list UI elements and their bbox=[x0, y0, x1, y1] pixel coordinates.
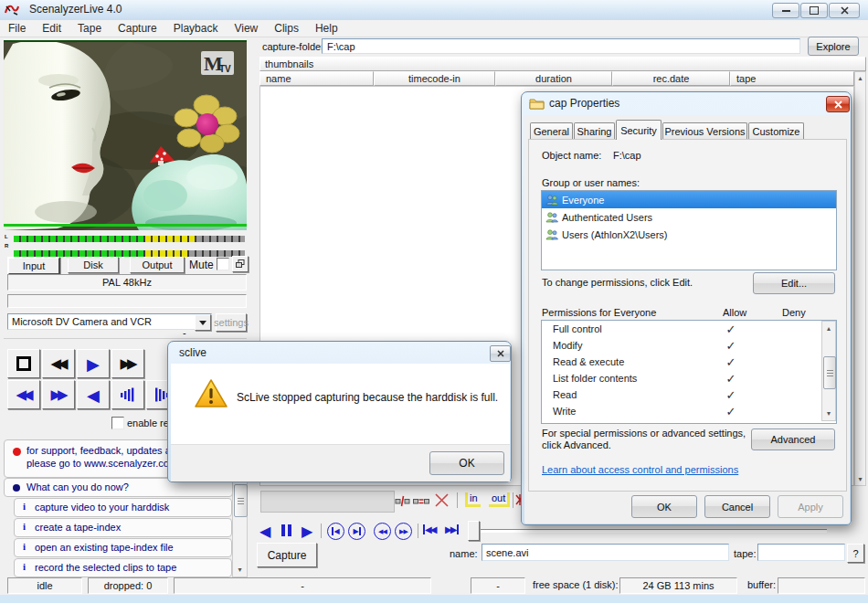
capture-folder-input[interactable]: F:\cap bbox=[322, 38, 800, 54]
rewind-button[interactable]: ◀◀ bbox=[42, 349, 75, 378]
scene-back-button[interactable]: ◀◀ bbox=[374, 523, 391, 540]
capture-timeline[interactable] bbox=[260, 491, 395, 513]
play-button[interactable]: ▶ bbox=[77, 349, 110, 378]
support-line2[interactable]: please go to www.scenalyzer.com bbox=[26, 457, 182, 470]
tab-customize[interactable]: Customize bbox=[748, 122, 804, 140]
permissions-scrollbar[interactable]: ▴ ▾ bbox=[821, 321, 836, 421]
scrollbar-thumb[interactable] bbox=[234, 484, 248, 517]
pause-button[interactable] bbox=[280, 524, 292, 538]
help-list-scrollbar[interactable]: ▾ bbox=[232, 478, 248, 577]
scroll-down-icon[interactable]: ▾ bbox=[234, 563, 246, 576]
tab-previous-versions[interactable]: Previous Versions bbox=[662, 122, 747, 140]
user-row-everyone[interactable]: Everyone bbox=[542, 191, 836, 208]
group-user-list[interactable]: Everyone Authenticated Users bbox=[541, 190, 837, 270]
allow-check-icon[interactable]: ✓ bbox=[713, 405, 749, 418]
menu-file[interactable]: File bbox=[0, 22, 34, 35]
tape-help-button[interactable]: ? bbox=[847, 544, 864, 563]
ok-button[interactable]: OK bbox=[429, 451, 504, 475]
column-header-rec-date[interactable]: rec.date bbox=[612, 71, 730, 86]
allow-check-icon[interactable]: ✓ bbox=[713, 388, 749, 402]
scroll-up-icon[interactable]: ▴ bbox=[822, 322, 835, 334]
close-button[interactable] bbox=[490, 345, 511, 362]
mute-checkbox[interactable] bbox=[217, 258, 229, 270]
name-input[interactable]: scene.avi bbox=[482, 544, 729, 561]
seek-slider-track[interactable] bbox=[468, 529, 827, 533]
output-button[interactable]: Output bbox=[130, 257, 185, 273]
title-bar[interactable]: ScenalyzerLive 4.0 bbox=[0, 0, 868, 21]
fast-forward-play-button[interactable]: ▶▶ bbox=[42, 380, 75, 409]
device-select[interactable]: Microsoft DV Camera and VCR bbox=[7, 313, 212, 330]
detach-meter-button[interactable] bbox=[232, 256, 249, 272]
menu-help[interactable]: Help bbox=[307, 22, 346, 35]
cancel-button[interactable]: Cancel bbox=[704, 495, 770, 518]
capture-folder-label: capture-folder: bbox=[262, 41, 327, 52]
menu-edit[interactable]: Edit bbox=[34, 22, 69, 35]
allow-check-icon[interactable]: ✓ bbox=[713, 372, 749, 386]
minimize-button[interactable] bbox=[772, 3, 799, 18]
mtv-logo: M TV bbox=[201, 51, 234, 75]
ok-button[interactable]: OK bbox=[631, 495, 697, 518]
scroll-down-icon[interactable]: ▾ bbox=[822, 407, 835, 419]
explore-button[interactable]: Explore bbox=[808, 37, 859, 56]
clip-list-scrollbar[interactable]: ▴ ▾ bbox=[854, 71, 866, 486]
help-item-open-index[interactable]: i open an existing tape-index file bbox=[14, 538, 232, 557]
scene-forward-button[interactable]: ▶▶ bbox=[395, 523, 412, 540]
advanced-button[interactable]: Advanced bbox=[751, 428, 835, 450]
play-forward-button[interactable]: ▶ bbox=[302, 523, 312, 540]
skip-to-end-button[interactable]: ▶▶ bbox=[445, 524, 459, 534]
mark-out-button[interactable]: out bbox=[489, 492, 510, 507]
tab-general[interactable]: General bbox=[530, 122, 573, 140]
column-header-timecode-in[interactable]: timecode-in bbox=[374, 71, 495, 86]
column-header-name[interactable]: name bbox=[259, 71, 374, 86]
column-header-tape[interactable]: tape bbox=[730, 71, 854, 86]
reverse-play-button[interactable]: ◀ bbox=[77, 380, 110, 409]
format-panel: PAL 48kHz bbox=[7, 274, 247, 291]
help-item-tape-index[interactable]: i create a tape-index bbox=[14, 518, 232, 537]
help-item-capture[interactable]: i capture video to your harddisk bbox=[14, 498, 232, 517]
stop-button[interactable] bbox=[7, 349, 40, 378]
capture-button[interactable]: Capture bbox=[257, 543, 317, 567]
join-scenes-icon[interactable] bbox=[413, 495, 429, 507]
fast-forward-button[interactable]: ▶▶ bbox=[111, 349, 144, 378]
frame-back-button[interactable]: ◀ bbox=[327, 523, 344, 540]
tab-security[interactable]: Security bbox=[616, 120, 662, 140]
scroll-up-icon[interactable]: ▴ bbox=[855, 72, 865, 84]
device-dropdown-button[interactable] bbox=[195, 314, 211, 331]
input-button[interactable]: Input bbox=[7, 257, 60, 275]
tape-input[interactable] bbox=[757, 544, 845, 561]
scrollbar-thumb[interactable] bbox=[823, 356, 836, 389]
menu-tape[interactable]: Tape bbox=[69, 22, 110, 35]
tab-sharing[interactable]: Sharing bbox=[574, 122, 615, 140]
settings-button[interactable]: settings bbox=[216, 313, 247, 332]
slow-reverse-button[interactable] bbox=[111, 380, 144, 409]
permissions-list[interactable]: Full control ✓ Modify ✓ Read & execute ✓… bbox=[541, 320, 837, 424]
edit-button[interactable]: Edit... bbox=[753, 272, 835, 294]
delete-scene-icon[interactable] bbox=[435, 493, 449, 507]
user-row-authenticated[interactable]: Authenticated Users bbox=[542, 208, 836, 226]
help-item-record-clips[interactable]: i record the selected clips to tape bbox=[14, 558, 232, 577]
menu-view[interactable]: View bbox=[226, 22, 266, 35]
mark-in-button[interactable]: in bbox=[465, 492, 481, 507]
menu-capture[interactable]: Capture bbox=[110, 22, 165, 35]
allow-check-icon[interactable]: ✓ bbox=[713, 355, 749, 369]
maximize-button[interactable] bbox=[800, 3, 828, 18]
seek-slider-thumb[interactable] bbox=[468, 521, 480, 541]
learn-link[interactable]: Learn about access control and permissio… bbox=[542, 464, 738, 475]
menu-clips[interactable]: Clips bbox=[266, 22, 307, 35]
fast-rewind-play-button[interactable]: ◀◀ bbox=[7, 380, 40, 409]
split-scene-icon[interactable] bbox=[395, 495, 410, 507]
scroll-down-icon[interactable]: ▾ bbox=[855, 473, 865, 485]
disk-button[interactable]: Disk bbox=[68, 257, 119, 273]
play-reverse-button[interactable]: ◀ bbox=[259, 523, 270, 540]
close-button[interactable] bbox=[829, 3, 860, 18]
menu-playback[interactable]: Playback bbox=[165, 22, 227, 35]
skip-to-start-button[interactable]: ◀◀ bbox=[423, 524, 435, 534]
allow-check-icon[interactable]: ✓ bbox=[713, 339, 749, 353]
user-row-users[interactable]: Users (AthlonX2\Users) bbox=[542, 226, 836, 243]
allow-check-icon[interactable]: ✓ bbox=[713, 323, 749, 336]
close-button[interactable] bbox=[826, 96, 850, 112]
enable-record-checkbox[interactable] bbox=[111, 417, 124, 429]
frame-forward-button[interactable]: ▶ bbox=[348, 523, 365, 540]
column-header-duration[interactable]: duration bbox=[495, 71, 612, 86]
apply-button[interactable]: Apply bbox=[778, 495, 843, 518]
